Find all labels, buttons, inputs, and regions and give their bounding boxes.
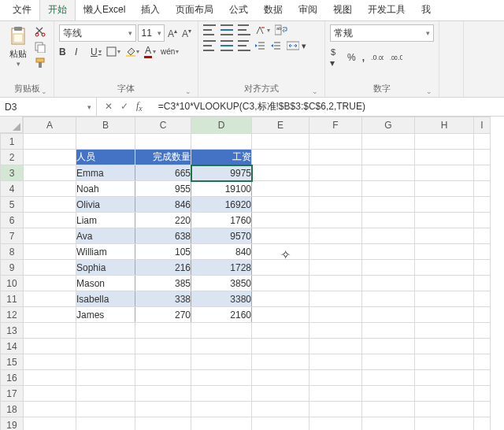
table-header-pay[interactable]: 工资 [191, 150, 252, 165]
comma-button[interactable]: , [362, 52, 365, 63]
decrease-decimal-button[interactable]: .00.0 [390, 53, 402, 62]
cell-G5[interactable] [362, 197, 415, 213]
row-header-16[interactable]: 16 [1, 370, 24, 386]
col-header-G[interactable]: G [362, 117, 415, 134]
cell-E6[interactable] [252, 213, 309, 228]
cell-B17[interactable] [76, 386, 135, 402]
align-center-button[interactable] [220, 40, 233, 51]
cell-C19[interactable] [135, 417, 191, 431]
row-header-15[interactable]: 15 [1, 354, 24, 370]
cell-A3[interactable] [24, 165, 76, 181]
cell-G18[interactable] [362, 402, 415, 417]
cell-F2[interactable] [309, 150, 362, 165]
align-right-button[interactable] [238, 40, 250, 51]
cell-D14[interactable] [191, 339, 252, 354]
fx-icon[interactable]: fx [136, 100, 143, 113]
cell-A1[interactable] [24, 134, 76, 150]
cell-pay[interactable]: 840 [191, 244, 252, 260]
cell-B14[interactable] [76, 339, 135, 354]
cell-qty[interactable]: 638 [135, 228, 191, 244]
cell-C1[interactable] [135, 134, 191, 150]
cell-G7[interactable] [362, 228, 415, 244]
col-header-H[interactable]: H [415, 117, 474, 134]
row-header-12[interactable]: 12 [1, 307, 24, 323]
phonetic-button[interactable]: wén▾ [161, 47, 179, 56]
font-size-select[interactable]: 11▾ [138, 24, 165, 42]
cell-B16[interactable] [76, 370, 135, 386]
cell-name[interactable]: Sophia [76, 260, 135, 276]
cell-pay[interactable]: 9570 [191, 228, 252, 244]
cell-E2[interactable] [252, 150, 309, 165]
cell-I16[interactable] [474, 370, 491, 386]
percent-button[interactable]: % [347, 52, 356, 63]
cell-D18[interactable] [191, 402, 252, 417]
bold-button[interactable]: B [59, 46, 70, 57]
cell-I3[interactable] [474, 165, 491, 181]
menu-审阅[interactable]: 审阅 [291, 0, 325, 20]
cell-G14[interactable] [362, 339, 415, 354]
cell-G16[interactable] [362, 370, 415, 386]
cell-I13[interactable] [474, 323, 491, 339]
cell-A6[interactable] [24, 213, 76, 228]
cell-A14[interactable] [24, 339, 76, 354]
cell-F13[interactable] [309, 323, 362, 339]
cell-name[interactable]: James [76, 307, 135, 323]
table-header-qty[interactable]: 完成数量 [135, 150, 191, 165]
cancel-formula-button[interactable]: ✕ [105, 101, 113, 112]
col-header-I[interactable]: I [474, 117, 491, 134]
cell-G4[interactable] [362, 181, 415, 197]
cell-D1[interactable] [191, 134, 252, 150]
cell-pay[interactable]: 3850 [191, 276, 252, 291]
cell-I19[interactable] [474, 417, 491, 431]
cell-name[interactable]: Mason [76, 276, 135, 291]
row-header-13[interactable]: 13 [1, 323, 24, 339]
cell-D16[interactable] [191, 370, 252, 386]
menu-数据[interactable]: 数据 [256, 0, 291, 20]
cell-C18[interactable] [135, 402, 191, 417]
cell-I6[interactable] [474, 213, 491, 228]
cell-qty[interactable]: 270 [135, 307, 191, 323]
cell-G11[interactable] [362, 291, 415, 307]
menu-开始[interactable]: 开始 [39, 0, 76, 20]
row-header-1[interactable]: 1 [1, 134, 24, 150]
cell-E15[interactable] [252, 354, 309, 370]
cell-qty[interactable]: 846 [135, 197, 191, 213]
cell-I9[interactable] [474, 260, 491, 276]
cell-D15[interactable] [191, 354, 252, 370]
col-header-C[interactable]: C [135, 117, 191, 134]
cell-E10[interactable] [252, 276, 309, 291]
formula-input[interactable]: =C3*10*VLOOKUP(C3,标准!$B$3:$C$6,2,TRUE) [155, 100, 504, 113]
cell-I12[interactable] [474, 307, 491, 323]
cell-H4[interactable] [415, 181, 474, 197]
menu-文件[interactable]: 文件 [5, 0, 39, 20]
cut-button[interactable] [33, 24, 47, 39]
increase-font-button[interactable]: A▴ [166, 28, 179, 39]
cell-name[interactable]: William [76, 244, 135, 260]
cell-I18[interactable] [474, 402, 491, 417]
cell-G2[interactable] [362, 150, 415, 165]
cell-F16[interactable] [309, 370, 362, 386]
accept-formula-button[interactable]: ✓ [120, 101, 128, 112]
cell-E3[interactable] [252, 165, 309, 181]
cell-G19[interactable] [362, 417, 415, 431]
copy-button[interactable] [33, 40, 47, 54]
cell-E1[interactable] [252, 134, 309, 150]
worksheet-grid[interactable]: ABCDEFGHI12人员完成数量工资3Emma66599754Noah9551… [0, 117, 504, 430]
cell-G9[interactable] [362, 260, 415, 276]
fill-color-button[interactable]: ▾ [125, 46, 139, 57]
cell-I5[interactable] [474, 197, 491, 213]
cell-C15[interactable] [135, 354, 191, 370]
align-bottom-button[interactable] [238, 24, 250, 35]
decrease-indent-button[interactable] [255, 41, 266, 50]
cell-H19[interactable] [415, 417, 474, 431]
cell-H1[interactable] [415, 134, 474, 150]
cell-F14[interactable] [309, 339, 362, 354]
cell-I7[interactable] [474, 228, 491, 244]
cell-F7[interactable] [309, 228, 362, 244]
menu-懒人Excel[interactable]: 懒人Excel [76, 0, 133, 20]
cell-pay[interactable]: 3380 [191, 291, 252, 307]
cell-B15[interactable] [76, 354, 135, 370]
row-header-3[interactable]: 3 [1, 165, 24, 181]
row-header-7[interactable]: 7 [1, 228, 24, 244]
cell-qty[interactable]: 105 [135, 244, 191, 260]
